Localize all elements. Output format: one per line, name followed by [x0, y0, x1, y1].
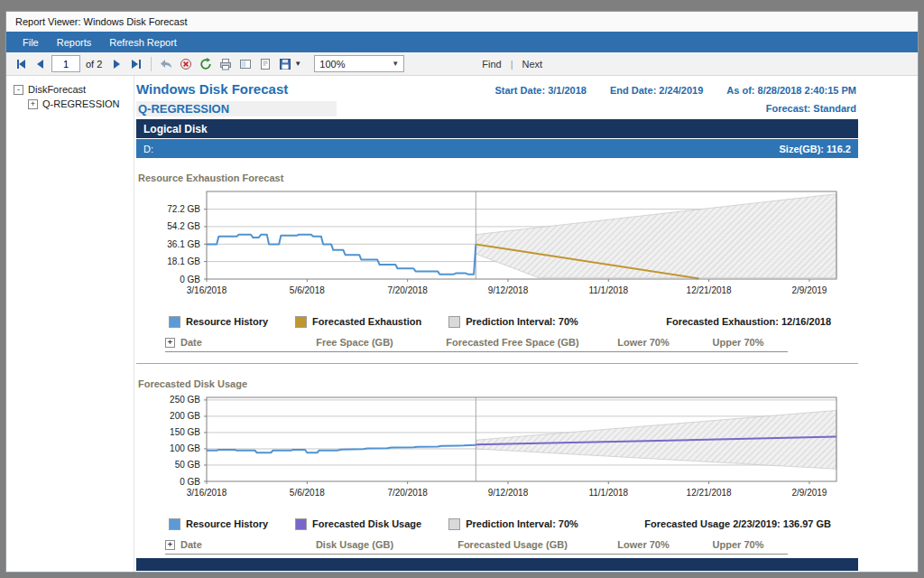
first-page-button[interactable]: [12, 55, 30, 73]
svg-text:100 GB: 100 GB: [170, 443, 200, 453]
collapse-icon[interactable]: -: [14, 85, 23, 95]
svg-text:72.2 GB: 72.2 GB: [167, 204, 200, 214]
svg-text:150 GB: 150 GB: [170, 427, 200, 437]
expand-icon[interactable]: +: [28, 99, 38, 109]
resource-history-swatch: [169, 316, 180, 328]
svg-text:2/9/2019: 2/9/2019: [791, 285, 827, 295]
menu-refresh-report[interactable]: Refresh Report: [100, 34, 186, 51]
last-page-icon: [129, 57, 143, 71]
find-link[interactable]: Find: [482, 59, 501, 70]
window-body: - DiskForecast + Q-REGRESSION Windows Di…: [6, 76, 918, 572]
stop-icon: [179, 57, 193, 71]
menu-file[interactable]: File: [14, 34, 48, 51]
legend-label: Prediction Interval: 70%: [466, 518, 578, 529]
forecast-type: Forecast: Standard: [766, 103, 858, 114]
print-layout-button[interactable]: [236, 55, 254, 73]
export-dropdown-caret[interactable]: ▼: [294, 60, 301, 68]
report-header-row: Windows Disk Forecast Start Date: 3/1/20…: [136, 81, 858, 99]
forecasted-exhaustion-note: Forecasted Exhaustion: 12/16/2018: [666, 316, 858, 327]
docmap-item-diskforecast[interactable]: - DiskForecast: [10, 82, 130, 97]
zoom-select[interactable]: 100% ▼: [314, 55, 404, 72]
print-button[interactable]: [217, 55, 235, 73]
previous-page-icon: [33, 57, 48, 71]
find-area: Find | Next: [482, 59, 542, 70]
document-map-panel: - DiskForecast + Q-REGRESSION: [6, 76, 134, 572]
section-title-exhaustion: Resource Exhaustion Forecast: [138, 172, 858, 185]
page-number-input[interactable]: [51, 55, 80, 72]
toolbar: of 2 ▼ 100% ▼: [6, 52, 918, 76]
date-column-header: + Date: [165, 539, 282, 550]
print-icon: [218, 57, 233, 71]
legend-item: Prediction Interval: 70%: [448, 518, 578, 530]
export-icon: [278, 57, 292, 71]
legend-label: Forecasted Disk Usage: [312, 518, 421, 529]
forecasted-usage-column-header: Forecasted Usage (GB): [427, 539, 598, 550]
page-setup-icon: [258, 57, 273, 71]
end-date: End Date: 2/24/2019: [610, 85, 703, 96]
forecasted-exhaustion-swatch: [295, 316, 307, 328]
as-of-date: As of: 8/28/2018 2:40:15 PM: [726, 85, 856, 96]
svg-text:250 GB: 250 GB: [170, 395, 200, 405]
svg-text:3/16/2018: 3/16/2018: [187, 285, 227, 295]
window-title: Report Viewer: Windows Disk Forecast: [15, 16, 188, 27]
section-title-usage: Forecasted Disk Usage: [138, 378, 858, 391]
print-layout-icon: [238, 57, 253, 71]
svg-text:11/1/2018: 11/1/2018: [588, 488, 628, 498]
svg-text:7/20/2018: 7/20/2018: [387, 285, 428, 295]
upper-70-column-header: Upper 70%: [688, 337, 788, 348]
prediction-interval-swatch: [448, 518, 460, 530]
upper-70-column-header: Upper 70%: [688, 539, 788, 550]
disk-band: D: Size(GB): 116.2: [136, 139, 858, 158]
svg-text:12/21/2018: 12/21/2018: [687, 488, 732, 498]
menu-reports[interactable]: Reports: [48, 34, 101, 51]
export-button[interactable]: [276, 55, 294, 73]
svg-text:36.1 GB: 36.1 GB: [167, 239, 200, 249]
forecasted-free-space-column-header: Forecasted Free Space (GB): [427, 337, 598, 348]
expand-rows-icon[interactable]: +: [165, 540, 175, 550]
date-column-header: + Date: [165, 337, 282, 348]
toolbar-separator: [151, 57, 152, 71]
forecasted-usage-note: Forecasted Usage 2/23/2019: 136.97 GB: [644, 518, 858, 529]
report-dates: Start Date: 3/1/2018 End Date: 2/24/2019…: [494, 85, 858, 96]
exhaustion-table-header: + Date Free Space (GB) Forecasted Free S…: [165, 337, 788, 352]
lower-70-column-header: Lower 70%: [598, 539, 688, 550]
expand-rows-icon[interactable]: +: [165, 338, 175, 348]
svg-text:5/6/2018: 5/6/2018: [290, 285, 325, 295]
svg-text:0 GB: 0 GB: [180, 477, 200, 487]
logical-disk-band: Logical Disk: [136, 119, 858, 138]
refresh-button[interactable]: [197, 55, 215, 73]
free-space-column-header: Free Space (GB): [282, 337, 427, 348]
disk-usage-column-header: Disk Usage (GB): [282, 539, 427, 550]
docmap-item-label[interactable]: Q-REGRESSION: [42, 98, 120, 109]
svg-text:9/12/2018: 9/12/2018: [488, 285, 529, 295]
svg-text:50 GB: 50 GB: [175, 460, 201, 470]
refresh-icon: [199, 57, 213, 71]
report-subheader-row: Q-REGRESSION Forecast: Standard: [136, 99, 858, 117]
exhaustion-legend: Resource History Forecasted Exhaustion P…: [136, 313, 858, 330]
page-setup-button[interactable]: [256, 55, 274, 73]
svg-text:54.2 GB: 54.2 GB: [167, 221, 200, 231]
report-subtitle: Q-REGRESSION: [136, 101, 337, 117]
report-viewer-window: Report Viewer: Windows Disk Forecast Fil…: [5, 11, 919, 573]
legend-label: Resource History: [186, 518, 268, 529]
last-page-button[interactable]: [127, 55, 145, 73]
svg-text:200 GB: 200 GB: [170, 411, 200, 421]
svg-text:2/9/2019: 2/9/2019: [791, 488, 827, 498]
next-page-button[interactable]: [107, 55, 125, 73]
back-icon: [159, 57, 173, 71]
logical-disk-label: Logical Disk: [143, 123, 208, 135]
svg-text:5/6/2018: 5/6/2018: [290, 488, 325, 498]
svg-text:12/21/2018: 12/21/2018: [687, 285, 732, 295]
find-next-link[interactable]: Next: [522, 59, 543, 70]
resource-history-swatch: [169, 518, 180, 530]
docmap-item-q-regression[interactable]: + Q-REGRESSION: [24, 97, 130, 111]
disk-size: Size(GB): 116.2: [780, 144, 851, 154]
first-page-icon: [14, 57, 28, 71]
previous-page-button[interactable]: [32, 55, 50, 73]
back-button[interactable]: [157, 55, 175, 73]
svg-text:3/16/2018: 3/16/2018: [187, 488, 227, 498]
stop-button[interactable]: [177, 55, 195, 73]
forecasted-disk-usage-swatch: [295, 518, 307, 530]
lower-70-column-header: Lower 70%: [598, 337, 688, 348]
docmap-item-label[interactable]: DiskForecast: [28, 84, 86, 95]
